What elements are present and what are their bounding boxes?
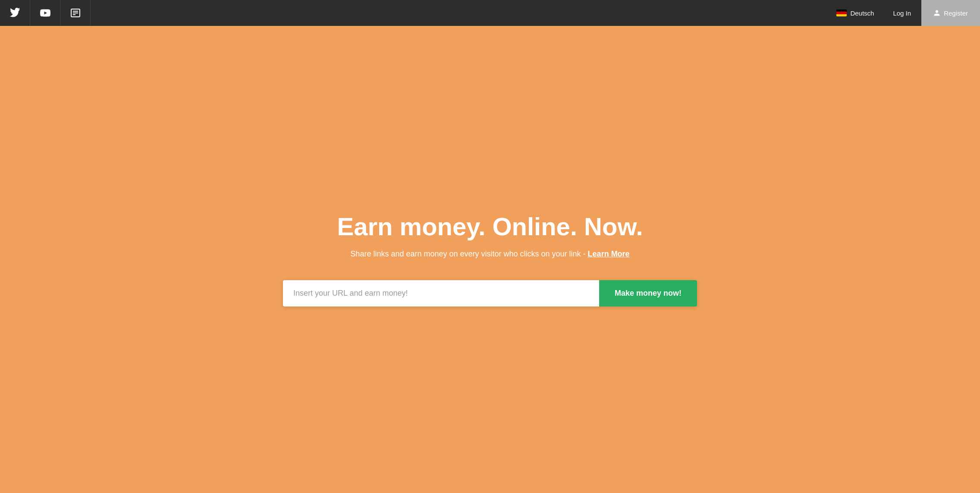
newspaper-icon — [70, 8, 81, 18]
news-nav-button[interactable] — [60, 0, 91, 26]
navbar-left — [0, 0, 91, 26]
make-money-button[interactable]: Make money now! — [599, 280, 697, 307]
hero-subtitle: Share links and earn money on every visi… — [350, 250, 629, 259]
hero-section: Earn money. Online. Now. Share links and… — [0, 26, 980, 493]
twitter-icon — [10, 8, 20, 18]
url-input[interactable] — [283, 280, 599, 307]
hero-subtitle-text: Share links and earn money on every visi… — [350, 250, 587, 258]
german-flag-icon — [836, 9, 847, 16]
register-button[interactable]: Register — [921, 0, 980, 26]
user-icon — [933, 9, 940, 16]
youtube-icon — [40, 8, 50, 18]
navbar: Deutsch Log In Register — [0, 0, 980, 26]
navbar-right: Deutsch Log In Register — [828, 0, 980, 26]
learn-more-link[interactable]: Learn More — [588, 250, 630, 258]
twitter-nav-button[interactable] — [0, 0, 30, 26]
login-button[interactable]: Log In — [883, 0, 921, 26]
url-form: Make money now! — [283, 280, 697, 307]
language-selector[interactable]: Deutsch — [828, 9, 883, 17]
youtube-nav-button[interactable] — [30, 0, 60, 26]
hero-title: Earn money. Online. Now. — [337, 212, 643, 241]
language-label: Deutsch — [850, 9, 874, 17]
register-label: Register — [944, 9, 968, 17]
